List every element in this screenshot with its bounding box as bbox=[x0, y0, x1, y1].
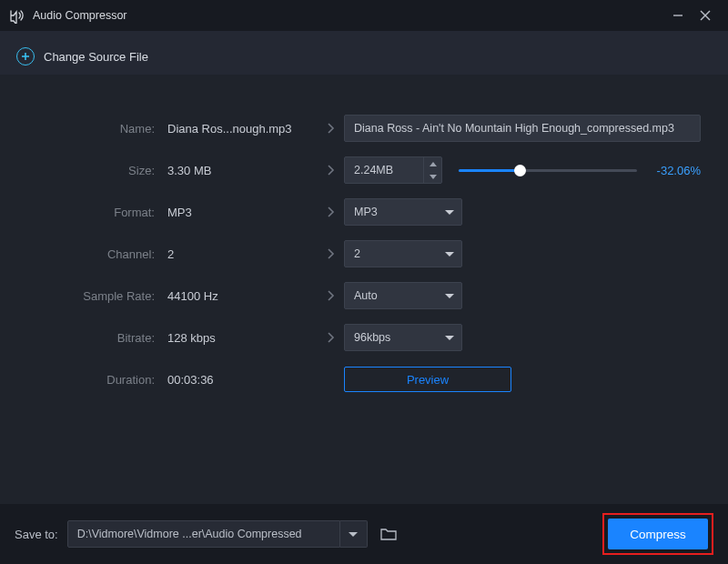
slider-thumb[interactable] bbox=[514, 165, 526, 176]
save-path-text: D:\Vidmore\Vidmore ...er\Audio Compresse… bbox=[77, 528, 302, 540]
channel-selected: 2 bbox=[354, 247, 360, 260]
label-name: Name: bbox=[27, 122, 162, 136]
size-slider[interactable]: -32.06% bbox=[459, 164, 701, 177]
label-bitrate: Bitrate: bbox=[27, 331, 162, 345]
channel-dropdown[interactable]: 2 bbox=[344, 240, 462, 267]
chevron-right-icon bbox=[317, 164, 344, 176]
value-format: MP3 bbox=[162, 206, 317, 219]
svg-marker-6 bbox=[430, 175, 437, 179]
format-dropdown[interactable]: MP3 bbox=[344, 198, 462, 226]
preview-button[interactable]: Preview bbox=[344, 367, 511, 392]
app-window: Audio Compressor Change Source File Name… bbox=[0, 0, 728, 564]
app-title: Audio Compressor bbox=[33, 9, 664, 22]
row-size: Size: 3.30 MB 2.24MB bbox=[27, 149, 701, 191]
spinner-up-button[interactable] bbox=[424, 157, 441, 170]
label-duration: Duration: bbox=[27, 373, 162, 387]
preview-label: Preview bbox=[407, 373, 449, 387]
label-format: Format: bbox=[27, 206, 162, 219]
change-source-row[interactable]: Change Source File bbox=[0, 31, 728, 75]
output-size-value: 2.24MB bbox=[345, 164, 423, 176]
svg-marker-5 bbox=[430, 162, 437, 166]
output-name-field[interactable]: Diana Ross - Ain't No Mountain High Enou… bbox=[344, 115, 701, 142]
minimize-button[interactable] bbox=[664, 2, 692, 29]
titlebar: Audio Compressor bbox=[0, 0, 728, 31]
sample-rate-dropdown[interactable]: Auto bbox=[344, 282, 462, 309]
compress-button[interactable]: Compress bbox=[608, 519, 708, 549]
row-channel: Channel: 2 2 bbox=[27, 233, 701, 275]
caret-down-icon bbox=[445, 252, 454, 257]
chevron-right-icon bbox=[317, 331, 344, 344]
caret-down-icon bbox=[445, 210, 454, 215]
compress-label: Compress bbox=[630, 528, 686, 541]
value-bitrate: 128 kbps bbox=[162, 331, 317, 345]
row-bitrate: Bitrate: 128 kbps 96kbps bbox=[27, 317, 701, 358]
caret-down-icon bbox=[445, 336, 454, 340]
label-sample-rate: Sample Rate: bbox=[27, 289, 162, 303]
slider-fill bbox=[459, 169, 520, 172]
save-to-label: Save to: bbox=[15, 528, 58, 541]
bitrate-dropdown[interactable]: 96kbps bbox=[344, 324, 462, 351]
output-name-text: Diana Ross - Ain't No Mountain High Enou… bbox=[354, 122, 674, 135]
row-sample-rate: Sample Rate: 44100 Hz Auto bbox=[27, 275, 701, 317]
caret-down-icon bbox=[349, 532, 358, 537]
sample-rate-selected: Auto bbox=[354, 289, 378, 302]
bottombar: Save to: D:\Vidmore\Vidmore ...er\Audio … bbox=[0, 504, 728, 564]
spinner-down-button[interactable] bbox=[424, 170, 441, 183]
compress-highlight: Compress bbox=[602, 513, 713, 555]
value-sample-rate: 44100 Hz bbox=[162, 289, 317, 303]
close-button[interactable] bbox=[692, 2, 719, 29]
chevron-right-icon bbox=[317, 247, 344, 260]
size-percent: -32.06% bbox=[650, 164, 701, 177]
chevron-right-icon bbox=[317, 206, 344, 218]
format-selected: MP3 bbox=[354, 206, 378, 218]
value-duration: 00:03:36 bbox=[162, 373, 317, 387]
output-size-spinner[interactable]: 2.24MB bbox=[344, 156, 442, 184]
change-source-label: Change Source File bbox=[44, 50, 148, 64]
chevron-right-icon bbox=[317, 289, 344, 302]
value-channel: 2 bbox=[162, 247, 317, 261]
app-icon bbox=[9, 7, 25, 24]
row-format: Format: MP3 MP3 bbox=[27, 191, 701, 233]
row-duration: Duration: 00:03:36 Preview bbox=[27, 358, 701, 400]
value-size: 3.30 MB bbox=[162, 164, 317, 177]
caret-down-icon bbox=[445, 294, 454, 298]
settings-form: Name: Diana Ros...nough.mp3 Diana Ross -… bbox=[0, 75, 728, 400]
plus-circle-icon bbox=[16, 47, 35, 65]
slider-track bbox=[459, 169, 637, 172]
folder-icon bbox=[380, 528, 397, 540]
label-channel: Channel: bbox=[27, 247, 162, 261]
save-path-field[interactable]: D:\Vidmore\Vidmore ...er\Audio Compresse… bbox=[67, 520, 340, 548]
chevron-right-icon bbox=[317, 122, 344, 135]
value-name: Diana Ros...nough.mp3 bbox=[162, 122, 317, 136]
label-size: Size: bbox=[27, 164, 162, 177]
save-path-dropdown[interactable] bbox=[340, 520, 368, 548]
row-name: Name: Diana Ros...nough.mp3 Diana Ross -… bbox=[27, 107, 701, 149]
bitrate-selected: 96kbps bbox=[354, 331, 390, 344]
open-folder-button[interactable] bbox=[375, 520, 402, 548]
